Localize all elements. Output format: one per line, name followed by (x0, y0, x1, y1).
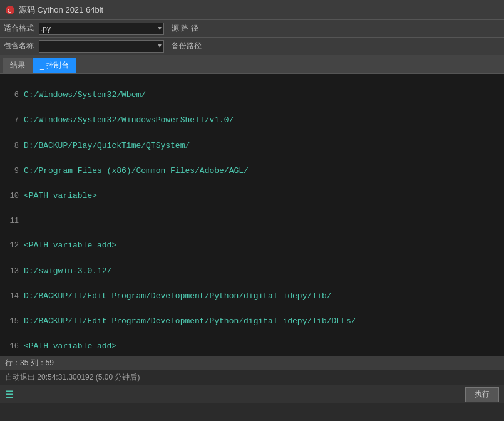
console-output: 6C:/Windows/System32/Wbem/ 7C:/Windows/S… (0, 74, 504, 356)
format-label: 适合格式 (4, 23, 36, 34)
toolbar-format-row: 适合格式 .py 源 路 径 (0, 20, 504, 38)
format-select[interactable]: .py (39, 23, 164, 35)
package-label: 包含名称 (4, 41, 36, 51)
console-line-9: 9C:/Program Files (x86)/Common Files/Ado… (4, 165, 500, 177)
format-select-wrapper[interactable]: .py (39, 23, 164, 35)
backup-path-label: 备份路径 (172, 41, 202, 51)
console-line-12: 12<PATH variable add> (4, 239, 500, 252)
menu-icon[interactable]: ☰ (5, 388, 14, 401)
console-line-14: 14D:/BACKUP/IT/Edit Program/Development/… (4, 290, 500, 303)
console-line-15: 15D:/BACKUP/IT/Edit Program/Development/… (4, 315, 500, 328)
toolbar-package-row: 包含名称 备份路径 (0, 38, 504, 55)
console-line-8: 8D:/BACKUP/Play/QuickTime/QTSystem/ (4, 140, 500, 152)
title-bar: C 源码 Cython 2021 64bit (0, 0, 504, 20)
tabs-bar: 结果 _ 控制台 (0, 55, 504, 74)
app-icon: C (5, 5, 15, 15)
title-text: 源码 Cython 2021 64bit (19, 4, 103, 16)
console-line-7: 7C:/Windows/System32/WindowsPowerShell/v… (4, 114, 500, 127)
svg-text:C: C (8, 8, 12, 14)
console-line-6: 6C:/Windows/System32/Wbem/ (4, 89, 500, 101)
execute-button[interactable]: 执行 (465, 387, 499, 402)
console-line-10: 10<PATH variable> (4, 190, 500, 202)
status-text: 行：35 列：59 (5, 358, 54, 368)
source-path-label: 源 路 径 (172, 23, 198, 34)
auto-exit-bar: 自动退出 20:54:31.300192 (5.00 分钟后) (0, 370, 504, 385)
console-line-11: 11 (4, 216, 500, 227)
console-line-13: 13D:/swigwin-3.0.12/ (4, 265, 500, 278)
package-select[interactable] (39, 40, 164, 53)
bottom-bar: ☰ 执行 (0, 385, 504, 403)
tab-console[interactable]: _ 控制台 (33, 58, 76, 73)
console-line-16: 16<PATH variable add> (4, 340, 500, 353)
package-select-wrapper[interactable] (39, 40, 164, 53)
status-bar: 行：35 列：59 (0, 356, 504, 370)
tab-result[interactable]: 结果 (3, 58, 33, 73)
auto-exit-text: 自动退出 20:54:31.300192 (5.00 分钟后) (5, 372, 140, 383)
